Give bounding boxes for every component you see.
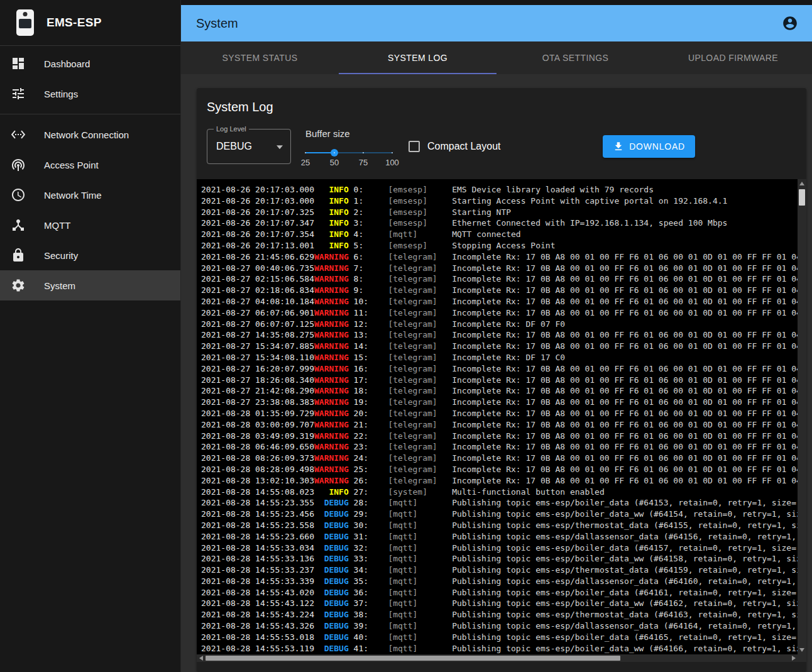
log-line: 2021-08-26 21:45:06.629WARNING6:[telegra… — [201, 251, 798, 263]
log-line: 2021-08-27 02:15:06.584WARNING8:[telegra… — [201, 273, 798, 285]
sidebar: EMS-ESP DashboardSettingsNetwork Connect… — [0, 0, 181, 672]
sidebar-item-label: Network Connection — [44, 129, 129, 140]
network-ethernet-icon — [11, 127, 26, 142]
sidebar-item-settings[interactable]: Settings — [0, 79, 180, 109]
sidebar-item-label: MQTT — [44, 220, 71, 231]
log-line: 2021-08-27 18:26:08.340WARNING17:[telegr… — [201, 375, 798, 386]
vertical-scrollbar-thumb[interactable] — [799, 189, 805, 206]
download-button[interactable]: DOWNLOAD — [603, 135, 695, 158]
tab-system-status[interactable]: SYSTEM STATUS — [181, 41, 339, 74]
log-line: 2021-08-27 16:20:07.999WARNING16:[telegr… — [201, 363, 798, 375]
tab-system-log[interactable]: SYSTEM LOG — [339, 41, 497, 74]
slider-mark-label: 100 — [385, 158, 399, 167]
log-level-value: DEBUG — [216, 141, 252, 152]
log-line: 2021-08-26 20:17:07.325INFO2:[emsesp]Sta… — [201, 207, 798, 218]
log-line: 2021-08-28 03:49:09.319WARNING22:[telegr… — [201, 431, 798, 442]
log-line: 2021-08-28 14:55:23.355DEBUG28:[mqtt]Pub… — [201, 497, 798, 509]
sidebar-item-system[interactable]: System — [0, 270, 180, 300]
log-line: 2021-08-28 14:55:43.224DEBUG38:[mqtt]Pub… — [201, 609, 798, 620]
sidebar-item-mqtt[interactable]: MQTT — [0, 210, 180, 240]
sidebar-item-access-point[interactable]: Access Point — [0, 150, 180, 180]
lock-icon — [11, 248, 26, 263]
log-line: 2021-08-27 21:42:08.290WARNING18:[telegr… — [201, 385, 798, 397]
log-line: 2021-08-28 14:55:33.339DEBUG35:[mqtt]Pub… — [201, 576, 798, 587]
log-line: 2021-08-28 14:55:23.456DEBUG29:[mqtt]Pub… — [201, 509, 798, 520]
top-strip — [181, 0, 812, 5]
log-line: 2021-08-26 20:17:13.001INFO5:[emsesp]Sto… — [201, 240, 798, 251]
sidebar-header: EMS-ESP — [0, 0, 180, 46]
slider-marks: 255075100 — [305, 158, 392, 168]
card-head: System Log Log Level DEBUG Buffer size — [197, 88, 806, 179]
scroll-left-arrow-icon[interactable] — [197, 654, 205, 662]
log-line: 2021-08-27 15:34:07.885WARNING14:[telegr… — [201, 341, 798, 352]
log-line: 2021-08-26 20:17:03.000INFO1:[emsesp]Sta… — [201, 196, 798, 207]
card-title: System Log — [207, 98, 796, 116]
log-line: 2021-08-27 14:35:08.275WARNING13:[telegr… — [201, 329, 798, 341]
vertical-scrollbar[interactable] — [798, 179, 806, 654]
sidebar-item-network-connection[interactable]: Network Connection — [0, 119, 180, 150]
log-console: 2021-08-26 20:17:03.000INFO0:[emsesp]EMS… — [197, 179, 806, 662]
system-log-card: System Log Log Level DEBUG Buffer size — [197, 88, 806, 672]
sidebar-menu: DashboardSettingsNetwork ConnectionAcces… — [0, 46, 180, 300]
log-line: 2021-08-27 04:08:10.184WARNING10:[telegr… — [201, 296, 798, 307]
sidebar-item-label: Settings — [44, 89, 78, 99]
access-point-icon — [11, 157, 26, 172]
slider-mark-label: 50 — [330, 158, 339, 167]
clock-icon — [11, 187, 26, 202]
sidebar-item-label: Dashboard — [44, 58, 90, 69]
log-line: 2021-08-27 02:18:06.834WARNING9:[telegra… — [201, 285, 798, 296]
compact-layout-label: Compact Layout — [427, 141, 501, 152]
gear-icon — [11, 278, 26, 293]
log-line: 2021-08-28 14:55:53.018DEBUG40:[mqtt]Pub… — [201, 632, 798, 643]
log-level-select[interactable]: Log Level DEBUG — [207, 129, 291, 164]
buffer-size-slider[interactable]: 255075100 — [305, 148, 392, 158]
log-line: 2021-08-28 14:55:33.237DEBUG34:[mqtt]Pub… — [201, 565, 798, 576]
sidebar-item-dashboard[interactable]: Dashboard — [0, 48, 180, 79]
horizontal-scrollbar[interactable] — [197, 654, 798, 662]
log-line: 2021-08-28 08:26:09.373WARNING24:[telegr… — [201, 453, 798, 464]
checkbox-unchecked-icon[interactable] — [409, 141, 420, 152]
sidebar-item-security[interactable]: Security — [0, 240, 180, 270]
device-hub-icon — [11, 218, 26, 233]
buffer-size-group: Buffer size 255075100 — [305, 128, 392, 158]
main-area: System SYSTEM STATUSSYSTEM LOGOTA SETTIN… — [181, 0, 812, 672]
scroll-up-arrow-icon[interactable] — [798, 179, 806, 188]
content: System Log Log Level DEBUG Buffer size — [181, 74, 812, 672]
log-line: 2021-08-26 20:17:03.000INFO0:[emsesp]EMS… — [201, 184, 798, 196]
ems-esp-logo-icon — [16, 9, 34, 36]
slider-mark-label: 75 — [359, 158, 368, 167]
log-line: 2021-08-28 14:55:08.023INFO27:[system]Mu… — [201, 487, 798, 498]
appbar: System — [181, 5, 812, 41]
sidebar-item-network-time[interactable]: Network Time — [0, 180, 180, 210]
horizontal-scrollbar-thumb[interactable] — [206, 656, 620, 661]
download-button-label: DOWNLOAD — [629, 141, 685, 151]
sidebar-item-label: Security — [44, 250, 78, 261]
log-line: 2021-08-28 13:02:10.303WARNING26:[telegr… — [201, 475, 798, 487]
log-line: 2021-08-28 14:55:23.660DEBUG31:[mqtt]Pub… — [201, 531, 798, 543]
log-line: 2021-08-28 14:55:23.558DEBUG30:[mqtt]Pub… — [201, 520, 798, 531]
page-title: System — [196, 16, 238, 31]
log-line: 2021-08-28 14:55:33.034DEBUG32:[mqtt]Pub… — [201, 543, 798, 554]
chevron-down-icon — [277, 145, 283, 149]
app-root: EMS-ESP DashboardSettingsNetwork Connect… — [0, 0, 812, 672]
log-level-label: Log Level — [214, 125, 249, 133]
tab-ota-settings[interactable]: OTA SETTINGS — [497, 41, 654, 74]
buffer-size-label: Buffer size — [305, 128, 392, 139]
tab-bar: SYSTEM STATUSSYSTEM LOGOTA SETTINGSUPLOA… — [181, 41, 812, 74]
sidebar-item-label: Access Point — [44, 160, 99, 170]
compact-layout-checkbox[interactable]: Compact Layout — [409, 141, 501, 152]
log-line: 2021-08-28 14:55:43.326DEBUG39:[mqtt]Pub… — [201, 620, 798, 632]
slider-mark-label: 25 — [301, 158, 310, 167]
log-line: 2021-08-26 20:17:07.347INFO3:[emsesp]Eth… — [201, 218, 798, 229]
sidebar-divider — [0, 114, 180, 114]
account-circle-icon[interactable] — [782, 15, 798, 31]
scroll-right-arrow-icon[interactable] — [789, 654, 798, 662]
download-icon — [613, 141, 624, 152]
tab-upload-firmware[interactable]: UPLOAD FIRMWARE — [654, 41, 812, 74]
log-console-lines: 2021-08-26 20:17:03.000INFO0:[emsesp]EMS… — [197, 179, 798, 654]
scrollbar-corner — [798, 654, 806, 662]
sidebar-item-label: Network Time — [44, 190, 102, 201]
app-name: EMS-ESP — [47, 16, 102, 30]
scroll-down-arrow-icon[interactable] — [798, 646, 806, 654]
log-line: 2021-08-28 06:46:09.650WARNING23:[telegr… — [201, 441, 798, 453]
